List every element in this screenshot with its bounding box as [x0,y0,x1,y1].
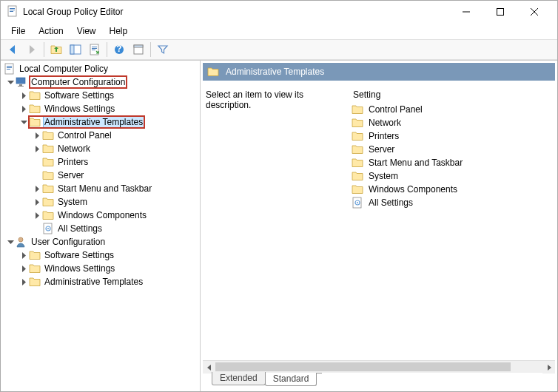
folder-icon [42,129,54,141]
tree-network[interactable]: Network [2,142,200,155]
tree-pane[interactable]: Local Computer Policy Computer Configura… [1,61,201,391]
forward-button[interactable] [23,41,41,58]
tree-uc-windows-settings[interactable]: Windows Settings [2,262,200,275]
properties-button[interactable] [130,41,147,58]
tree-label: Printers [56,156,90,168]
folder-icon [352,157,363,169]
list-item[interactable]: All Settings [350,196,552,209]
horizontal-scrollbar[interactable] [203,360,555,373]
minimize-button[interactable] [449,1,483,23]
maximize-button[interactable] [483,1,517,23]
back-button[interactable] [4,41,21,58]
chevron-right-icon[interactable] [19,90,29,101]
chevron-right-icon[interactable] [32,197,42,207]
description-column: Select an item to view its description. [203,85,347,358]
tree-label: Server [56,169,85,181]
item-label: Network [369,118,401,128]
chevron-right-icon[interactable] [19,277,29,287]
window-title: Local Group Policy Editor [23,7,449,17]
folder-icon [42,196,54,208]
folder-icon [29,116,41,128]
chevron-right-icon[interactable] [19,263,29,274]
up-button[interactable] [47,41,65,58]
setting-header[interactable]: Setting [350,88,552,101]
list-item[interactable]: Control Panel [350,103,552,116]
tree-administrative-templates[interactable]: Administrative Templates [2,115,200,129]
help-button[interactable]: ? [110,41,128,58]
folder-icon [29,263,41,274]
tree-windows-components[interactable]: Windows Components [2,209,200,222]
list-item[interactable]: Start Menu and Taskbar [350,156,552,169]
doc-icon [4,63,16,75]
tree-user-configuration[interactable]: User Configuration [2,235,200,249]
list-item[interactable]: Windows Components [350,183,552,196]
toolbar: ? [1,39,557,60]
list-item[interactable]: Network [350,116,552,129]
tree-label: System [56,196,89,208]
folder-icon [352,130,363,142]
separator [44,42,44,57]
app-icon [7,5,23,19]
title-bar: Local Group Policy Editor [1,1,557,23]
folder-icon [352,183,363,195]
folder-icon [42,156,54,168]
tree-label: Administrative Templates [43,116,144,128]
tree-uc-software-settings[interactable]: Software Settings [2,249,200,262]
chevron-right-icon[interactable] [32,210,42,220]
tree-label: User Configuration [30,236,107,248]
gear-doc-icon [42,223,54,234]
filter-button[interactable] [154,41,172,58]
chevron-right-icon[interactable] [32,183,42,194]
folder-icon [352,143,363,155]
tree-server[interactable]: Server [2,169,200,182]
tree-root[interactable]: Local Computer Policy [2,62,200,75]
tree-label: Computer Configuration [30,76,127,88]
settings-list[interactable]: Control Panel Network Printers Server St… [350,103,552,358]
tree-system[interactable]: System [2,195,200,209]
twisty-blank [32,170,42,180]
tree-windows-settings[interactable]: Windows Settings [2,102,200,115]
export-button[interactable] [86,41,104,58]
list-item[interactable]: Printers [350,129,552,143]
tree-software-settings[interactable]: Software Settings [2,89,200,102]
list-item[interactable]: System [350,169,552,183]
folder-icon [29,276,41,288]
folder-icon [352,117,363,129]
tree-uc-administrative-templates[interactable]: Administrative Templates [2,275,200,288]
chevron-right-icon[interactable] [32,130,42,141]
folder-icon [29,89,41,101]
folder-icon [352,104,363,115]
chevron-down-icon[interactable] [5,77,16,87]
menu-view[interactable]: View [71,24,102,38]
list-item[interactable]: Server [350,143,552,156]
menu-action[interactable]: Action [33,24,69,38]
tab-extended[interactable]: Extended [212,372,266,385]
chevron-down-icon[interactable] [19,117,29,127]
menu-help[interactable]: Help [104,24,134,38]
tree-printers[interactable]: Printers [2,155,200,169]
chevron-right-icon[interactable] [32,143,42,154]
menu-file[interactable]: File [5,24,31,38]
tree-start-menu-taskbar[interactable]: Start Menu and Taskbar [2,182,200,195]
tree-label: Start Menu and Taskbar [56,183,153,195]
details-header: Administrative Templates [203,63,555,81]
item-label: Control Panel [369,104,423,115]
tree-all-settings[interactable]: All Settings [2,222,200,235]
close-button[interactable] [517,1,551,23]
chevron-right-icon[interactable] [19,250,29,260]
scroll-right-button[interactable] [542,361,555,374]
tree-label: Software Settings [43,89,115,101]
tab-strip: Extended Standard [203,373,555,389]
details-pane: Administrative Templates Select an item … [201,61,557,391]
tab-standard[interactable]: Standard [265,373,317,386]
svg-rect-16 [70,45,74,54]
scroll-thumb[interactable] [215,362,511,371]
tree-computer-configuration[interactable]: Computer Configuration [2,75,200,89]
chevron-down-icon[interactable] [5,237,16,247]
show-hide-tree-button[interactable] [67,41,84,58]
twisty-blank [32,223,42,234]
folder-icon [207,66,219,78]
tree-control-panel[interactable]: Control Panel [2,129,200,142]
user-icon [16,236,27,248]
chevron-right-icon[interactable] [19,104,29,114]
